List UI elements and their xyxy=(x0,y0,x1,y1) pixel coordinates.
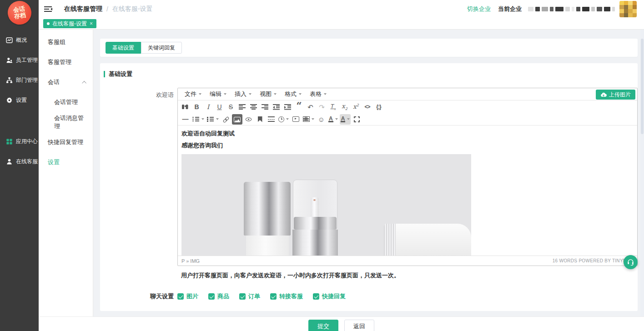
element-path[interactable]: P » IMG xyxy=(181,258,200,264)
table-icon[interactable] xyxy=(302,114,315,125)
sidebar-item-grid[interactable]: 应用中心 xyxy=(0,131,39,151)
submenu-item-label: 快捷回复管理 xyxy=(48,138,83,146)
open-tab-online-service-settings[interactable]: 在线客服-设置 × xyxy=(43,19,96,28)
editor-menu-label: 视图 xyxy=(260,90,272,98)
preview-icon[interactable] xyxy=(243,114,254,125)
org-icon xyxy=(6,77,13,84)
chat-settings-label: 聊天设置 xyxy=(100,292,177,301)
subscript-icon[interactable]: x2 xyxy=(339,102,350,112)
submenu-item-1[interactable]: 客服管理 xyxy=(39,52,93,72)
page-break-icon[interactable] xyxy=(266,114,277,125)
chat-option-4[interactable]: 快捷回复 xyxy=(313,292,346,301)
checkbox-checked-icon[interactable] xyxy=(208,293,215,300)
chevron-down-icon xyxy=(299,93,302,95)
editor-paragraph: 欢迎语自动回复测试 xyxy=(181,130,634,137)
submenu-item-5[interactable]: 快捷回复管理 xyxy=(39,132,93,152)
editor-menu-label: 插入 xyxy=(235,90,247,98)
tab-1[interactable]: 关键词回复 xyxy=(141,42,182,54)
italic-icon[interactable]: I xyxy=(203,102,213,112)
chat-option-1[interactable]: 商品 xyxy=(208,292,229,301)
chat-option-0[interactable]: 图片 xyxy=(177,292,198,301)
code-sample-icon[interactable]: {;} xyxy=(373,102,384,112)
indent-icon[interactable] xyxy=(282,102,293,112)
pump-bottle-body xyxy=(292,230,338,256)
chat-option-2[interactable]: 订单 xyxy=(239,292,260,301)
chat-settings-row: 聊天设置 图片商品订单转接客服快捷回复 xyxy=(100,292,638,301)
header-right: 切换企业 当前企业 xyxy=(467,1,637,17)
emoticons-icon[interactable]: ☺ xyxy=(316,114,327,125)
editor-menu-2[interactable]: 插入 xyxy=(231,88,256,100)
code-icon[interactable]: <> xyxy=(362,102,372,112)
horizontal-rule-icon[interactable]: — xyxy=(180,114,191,125)
scrollbar-thumb[interactable] xyxy=(641,39,644,134)
chat-option-3[interactable]: 转接客服 xyxy=(270,292,303,301)
close-tab-icon[interactable]: × xyxy=(90,20,93,27)
insert-datetime-icon[interactable] xyxy=(277,114,290,125)
anchor-icon[interactable] xyxy=(255,114,265,125)
editor-menu-3[interactable]: 视图 xyxy=(256,88,281,100)
submenu-item-6[interactable]: 设置 xyxy=(39,152,93,172)
checkbox-checked-icon[interactable] xyxy=(313,293,319,300)
link-icon[interactable] xyxy=(221,114,231,125)
numbered-list-icon[interactable] xyxy=(206,114,220,125)
search-replace-icon[interactable] xyxy=(180,102,191,112)
bold-icon[interactable]: B xyxy=(191,102,202,112)
sidebar-item-users[interactable]: 员工管理 xyxy=(0,50,39,70)
strikethrough-icon[interactable]: S xyxy=(226,102,236,112)
breadcrumb-root[interactable]: 在线客服管理 xyxy=(64,5,102,13)
insert-image-icon[interactable] xyxy=(232,114,242,125)
clear-formatting-icon[interactable]: Tx xyxy=(328,102,338,112)
checkbox-checked-icon[interactable] xyxy=(239,293,246,300)
menu-fold-icon[interactable] xyxy=(44,6,52,12)
sidebar-item-chart[interactable]: 概况 xyxy=(0,30,39,50)
primary-sidebar: 会话 存档 概况员工管理部门管理设置应用中心在线客服 xyxy=(0,0,39,331)
breadcrumb-current: 在线客服-设置 xyxy=(112,5,153,13)
submenu-item-0[interactable]: 客服组 xyxy=(39,32,93,52)
bullet-list-icon[interactable] xyxy=(191,114,205,125)
settings-tab-group: 基础设置关键词回复 xyxy=(106,42,182,54)
align-right-icon[interactable] xyxy=(260,102,270,112)
redo-icon[interactable]: ↷ xyxy=(317,102,327,112)
page-scrollbar[interactable] xyxy=(640,30,644,331)
user-avatar[interactable] xyxy=(619,1,637,17)
blockquote-icon[interactable]: “ xyxy=(294,102,304,112)
open-tabs-bar: 在线客服-设置 × xyxy=(39,18,644,30)
switch-company-link[interactable]: 切换企业 xyxy=(467,5,491,13)
sidebar-item-person[interactable]: 在线客服 xyxy=(0,151,39,171)
floating-support-button[interactable] xyxy=(624,255,638,269)
outdent-icon[interactable] xyxy=(271,102,282,112)
sidebar-item-org[interactable]: 部门管理 xyxy=(0,70,39,90)
submenu-item-4[interactable]: 会话消息管理 xyxy=(39,112,93,132)
chat-option-label: 图片 xyxy=(186,292,198,301)
editor-menu-label: 表格 xyxy=(310,90,322,98)
editor-menu-0[interactable]: 文件 xyxy=(181,88,206,100)
editor-content[interactable]: 欢迎语自动回复测试感谢您咨询我们 xyxy=(178,125,637,256)
align-center-icon[interactable] xyxy=(248,102,259,112)
chevron-down-icon xyxy=(274,93,277,95)
underline-icon[interactable]: U xyxy=(214,102,225,112)
submenu-item-3[interactable]: 会话管理 xyxy=(39,92,93,112)
chevron-down-icon xyxy=(324,93,327,95)
undo-icon[interactable]: ↶ xyxy=(305,102,316,112)
editor-menu-4[interactable]: 格式 xyxy=(281,88,306,100)
text-color-icon[interactable]: A xyxy=(327,114,339,125)
submit-button[interactable]: 提交 xyxy=(308,320,338,331)
editor-menu-5[interactable]: 表格 xyxy=(306,88,331,100)
welcome-image[interactable] xyxy=(181,154,471,256)
footer-action-bar: 提交 返回 xyxy=(39,316,644,331)
submenu-item-2[interactable]: 会话 xyxy=(39,72,93,92)
fullscreen-icon[interactable] xyxy=(352,114,362,125)
checkbox-checked-icon[interactable] xyxy=(177,293,184,300)
body-row: 客服组客服管理会话会话管理会话消息管理快捷回复管理设置 基础设置关键词回复 基础… xyxy=(39,30,644,331)
superscript-icon[interactable]: x2 xyxy=(351,102,361,112)
tab-0[interactable]: 基础设置 xyxy=(106,42,141,54)
welcome-message-row: 欢迎语 上传图片 文件编辑插入视图格式表格 BIUS“ xyxy=(100,88,638,266)
highlight-color-icon[interactable]: A xyxy=(340,114,351,125)
align-left-icon[interactable] xyxy=(237,102,247,112)
sidebar-item-gear[interactable]: 设置 xyxy=(0,90,39,110)
checkbox-checked-icon[interactable] xyxy=(270,293,277,300)
back-button[interactable]: 返回 xyxy=(344,320,374,331)
upload-image-button[interactable]: 上传图片 xyxy=(596,90,635,100)
editor-menu-1[interactable]: 编辑 xyxy=(206,88,231,100)
media-icon[interactable] xyxy=(291,114,301,125)
